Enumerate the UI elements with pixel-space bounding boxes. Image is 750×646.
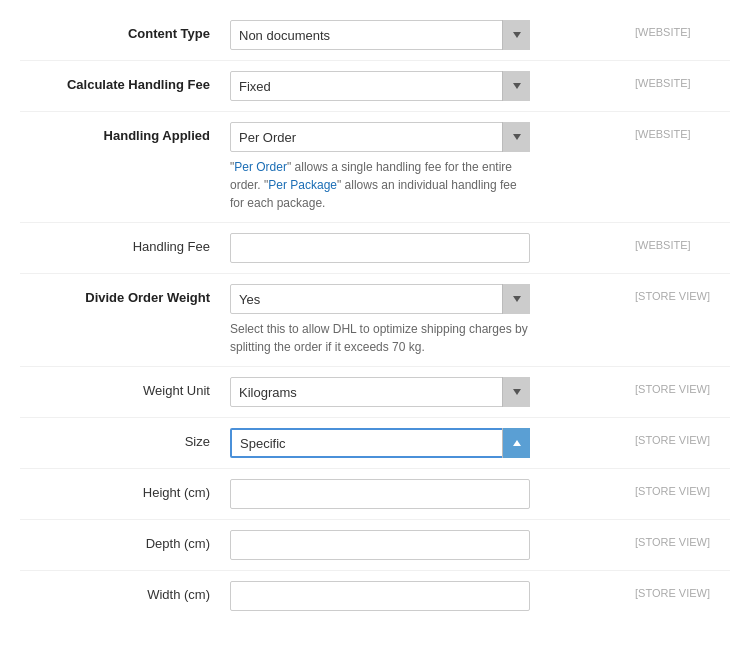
input-col-depth (230, 530, 620, 560)
select-handling-applied[interactable]: Per OrderPer Package (230, 122, 530, 152)
select-wrapper-calculate-handling-fee: FixedPercent (230, 71, 530, 101)
scope-divide-order-weight: [STORE VIEW] (620, 284, 730, 302)
select-wrapper-content-type: Non documentsDocuments (230, 20, 530, 50)
scope-width: [STORE VIEW] (620, 581, 730, 599)
select-wrapper-weight-unit: KilogramsPounds (230, 377, 530, 407)
select-size[interactable]: SpecificRegular (230, 428, 530, 458)
input-height[interactable] (230, 479, 530, 509)
scope-height: [STORE VIEW] (620, 479, 730, 497)
select-calculate-handling-fee[interactable]: FixedPercent (230, 71, 530, 101)
label-height: Height (cm) (20, 479, 230, 500)
label-weight-unit: Weight Unit (20, 377, 230, 398)
select-divide-order-weight[interactable]: YesNo (230, 284, 530, 314)
label-calculate-handling-fee: Calculate Handling Fee (20, 71, 230, 92)
settings-form: Content TypeNon documentsDocuments[WEBSI… (0, 0, 750, 631)
input-col-size: SpecificRegular (230, 428, 620, 458)
scope-depth: [STORE VIEW] (620, 530, 730, 548)
input-width[interactable] (230, 581, 530, 611)
select-content-type[interactable]: Non documentsDocuments (230, 20, 530, 50)
scope-content-type: [WEBSITE] (620, 20, 730, 38)
input-col-height (230, 479, 620, 509)
select-wrapper-divide-order-weight: YesNo (230, 284, 530, 314)
input-col-divide-order-weight: YesNoSelect this to allow DHL to optimiz… (230, 284, 620, 356)
scope-weight-unit: [STORE VIEW] (620, 377, 730, 395)
scope-calculate-handling-fee: [WEBSITE] (620, 71, 730, 89)
select-wrapper-size: SpecificRegular (230, 428, 530, 458)
input-col-handling-fee (230, 233, 620, 263)
row-handling-fee: Handling Fee[WEBSITE] (20, 223, 730, 274)
label-depth: Depth (cm) (20, 530, 230, 551)
row-handling-applied: Handling AppliedPer OrderPer Package"Per… (20, 112, 730, 223)
row-size: SizeSpecificRegular[STORE VIEW] (20, 418, 730, 469)
label-handling-fee: Handling Fee (20, 233, 230, 254)
row-content-type: Content TypeNon documentsDocuments[WEBSI… (20, 10, 730, 61)
row-height: Height (cm)[STORE VIEW] (20, 469, 730, 520)
scope-size: [STORE VIEW] (620, 428, 730, 446)
row-depth: Depth (cm)[STORE VIEW] (20, 520, 730, 571)
label-divide-order-weight: Divide Order Weight (20, 284, 230, 305)
input-col-weight-unit: KilogramsPounds (230, 377, 620, 407)
row-divide-order-weight: Divide Order WeightYesNoSelect this to a… (20, 274, 730, 367)
label-size: Size (20, 428, 230, 449)
hint-handling-applied: "Per Order" allows a single handling fee… (230, 158, 530, 212)
select-wrapper-handling-applied: Per OrderPer Package (230, 122, 530, 152)
label-content-type: Content Type (20, 20, 230, 41)
input-col-content-type: Non documentsDocuments (230, 20, 620, 50)
row-width: Width (cm)[STORE VIEW] (20, 571, 730, 621)
scope-handling-applied: [WEBSITE] (620, 122, 730, 140)
scope-handling-fee: [WEBSITE] (620, 233, 730, 251)
hint-divide-order-weight: Select this to allow DHL to optimize shi… (230, 320, 530, 356)
row-calculate-handling-fee: Calculate Handling FeeFixedPercent[WEBSI… (20, 61, 730, 112)
input-col-width (230, 581, 620, 611)
row-weight-unit: Weight UnitKilogramsPounds[STORE VIEW] (20, 367, 730, 418)
select-weight-unit[interactable]: KilogramsPounds (230, 377, 530, 407)
label-width: Width (cm) (20, 581, 230, 602)
input-handling-fee[interactable] (230, 233, 530, 263)
label-handling-applied: Handling Applied (20, 122, 230, 143)
input-col-handling-applied: Per OrderPer Package"Per Order" allows a… (230, 122, 620, 212)
input-col-calculate-handling-fee: FixedPercent (230, 71, 620, 101)
input-depth[interactable] (230, 530, 530, 560)
